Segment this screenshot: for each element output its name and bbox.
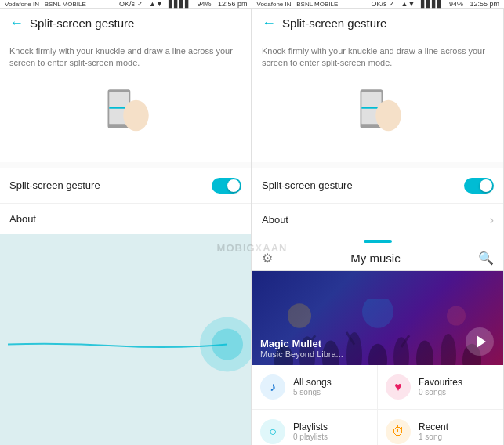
svg-point-9 bbox=[362, 299, 393, 328]
music-app-title: My music bbox=[350, 251, 400, 265]
left-illustration-svg bbox=[90, 84, 161, 154]
play-icon bbox=[477, 335, 486, 348]
left-time: OK/s ✓ ▲▼ ▋▋▋▋ 94% 12:56 pm bbox=[119, 0, 247, 8]
right-toggle-item[interactable]: Split-screen gesture bbox=[252, 168, 503, 204]
favourites-item[interactable]: ♥ Favourites 0 songs bbox=[378, 365, 503, 410]
playlists-title: Playlists bbox=[293, 421, 328, 432]
left-app-header: ← Split-screen gesture bbox=[0, 9, 251, 38]
svg-point-15 bbox=[368, 343, 387, 364]
right-status-bar: Vodafone IN BSNL MOBILE OK/s ✓ ▲▼ ▋▋▋▋ 9… bbox=[252, 0, 505, 9]
right-about-item[interactable]: About › bbox=[252, 204, 503, 237]
right-illustration bbox=[252, 76, 503, 162]
left-about-item[interactable]: About bbox=[0, 204, 251, 234]
left-toggle-switch[interactable] bbox=[212, 178, 241, 194]
right-time: OK/s ✓ ▲▼ ▋▋▋▋ 94% 12:55 pm bbox=[372, 0, 499, 8]
svg-rect-4 bbox=[383, 110, 387, 123]
album-art-bg: Magic Mullet Music Beyond Libra... bbox=[252, 271, 503, 365]
right-back-button[interactable]: ← bbox=[262, 15, 276, 31]
svg-point-8 bbox=[288, 303, 311, 328]
left-toggle-label: Split-screen gesture bbox=[9, 179, 100, 191]
album-info: Magic Mullet Music Beyond Libra... bbox=[260, 338, 343, 359]
playlists-item[interactable]: ○ Playlists 0 playlists bbox=[252, 410, 378, 445]
all-songs-count: 5 songs bbox=[293, 388, 332, 396]
left-settings-section: Split-screen gesture About bbox=[0, 168, 251, 234]
right-toggle-switch[interactable] bbox=[464, 178, 494, 194]
finger3 bbox=[141, 110, 145, 124]
svg-rect-5 bbox=[389, 108, 393, 124]
right-settings-section: Split-screen gesture About › bbox=[252, 168, 503, 237]
playlists-info: Playlists 0 playlists bbox=[293, 421, 328, 441]
left-about-label: About bbox=[9, 213, 36, 225]
playlist-icon: ○ bbox=[260, 419, 285, 444]
left-toggle-item[interactable]: Split-screen gesture bbox=[0, 168, 251, 204]
favourites-info: Favourites 0 songs bbox=[419, 377, 462, 396]
right-illustration-svg bbox=[343, 84, 413, 154]
right-description: Knock firmly with your knuckle and draw … bbox=[252, 38, 503, 76]
left-illustration bbox=[0, 76, 251, 162]
music-handle-bar-container bbox=[252, 237, 503, 246]
svg-point-18 bbox=[441, 334, 456, 365]
favourites-count: 0 songs bbox=[419, 388, 462, 396]
svg-point-7 bbox=[379, 107, 383, 110]
album-artist: Music Beyond Libra... bbox=[260, 349, 343, 359]
album-art-section[interactable]: Magic Mullet Music Beyond Libra... bbox=[252, 271, 503, 365]
note-icon: ♪ bbox=[260, 374, 285, 400]
all-songs-info: All songs 5 songs bbox=[293, 377, 332, 396]
music-app-overlay: ⚙ My music 🔍 bbox=[252, 237, 503, 445]
right-toggle-label: Split-screen gesture bbox=[262, 179, 353, 191]
left-status-bar: Vodafone IN BSNL MOBILE OK/s ✓ ▲▼ ▋▋▋▋ 9… bbox=[0, 0, 252, 9]
svg-point-10 bbox=[447, 306, 466, 325]
left-carrier: Vodafone IN BSNL MOBILE bbox=[5, 1, 86, 8]
svg-point-17 bbox=[416, 340, 433, 365]
playlists-count: 0 playlists bbox=[293, 432, 328, 441]
right-about-label: About bbox=[262, 214, 288, 226]
right-screen-title: Split-screen gesture bbox=[282, 16, 386, 30]
recent-icon: ⏱ bbox=[386, 419, 411, 444]
album-name: Magic Mullet bbox=[260, 338, 343, 349]
right-carrier: Vodafone IN BSNL MOBILE bbox=[257, 1, 339, 8]
left-gesture-area bbox=[0, 234, 251, 445]
play-button[interactable] bbox=[466, 327, 494, 356]
recent-item[interactable]: ⏱ Recent 1 song bbox=[378, 410, 503, 445]
music-app-header: ⚙ My music 🔍 bbox=[252, 246, 503, 271]
settings-icon[interactable]: ⚙ bbox=[262, 251, 273, 266]
favourites-title: Favourites bbox=[419, 377, 462, 388]
left-back-button[interactable]: ← bbox=[9, 15, 24, 31]
recent-info: Recent 1 song bbox=[419, 421, 448, 441]
right-screen-panel: ← Split-screen gesture Knock firmly with… bbox=[252, 9, 504, 445]
svg-point-16 bbox=[393, 337, 409, 365]
music-handle-bar bbox=[364, 240, 392, 243]
right-about-chevron: › bbox=[490, 213, 494, 227]
search-icon[interactable]: 🔍 bbox=[478, 251, 494, 266]
right-app-header: ← Split-screen gesture bbox=[252, 9, 503, 38]
all-songs-title: All songs bbox=[293, 377, 332, 388]
left-screen-panel: ← Split-screen gesture Knock firmly with… bbox=[0, 9, 252, 445]
music-grid: ♪ All songs 5 songs ♥ Favourites 0 songs… bbox=[252, 365, 503, 445]
finger2 bbox=[136, 108, 140, 124]
finger1 bbox=[131, 110, 135, 123]
knuckle bbox=[127, 107, 131, 110]
all-songs-item[interactable]: ♪ All songs 5 songs bbox=[252, 365, 378, 410]
heart-icon: ♥ bbox=[386, 374, 411, 400]
recent-title: Recent bbox=[419, 421, 448, 432]
glow-inner bbox=[212, 328, 243, 360]
left-screen-title: Split-screen gesture bbox=[30, 16, 134, 30]
svg-rect-6 bbox=[393, 110, 397, 124]
recent-count: 1 song bbox=[419, 432, 448, 441]
left-description: Knock firmly with your knuckle and draw … bbox=[0, 38, 251, 76]
gesture-line-svg bbox=[0, 234, 251, 445]
